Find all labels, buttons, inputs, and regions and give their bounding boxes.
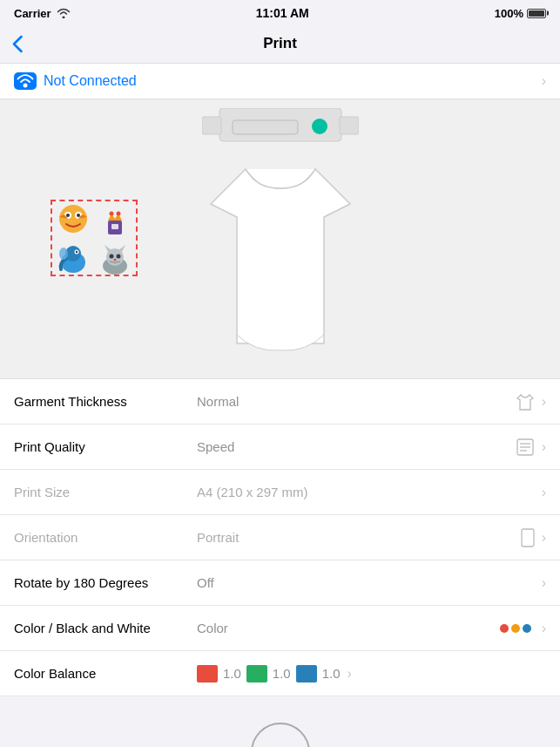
svg-point-7 bbox=[59, 205, 87, 233]
print-quality-icon bbox=[516, 438, 535, 457]
nav-bar: Print bbox=[0, 24, 560, 63]
svg-point-10 bbox=[66, 214, 70, 217]
tshirt-svg bbox=[193, 152, 368, 361]
send-section: → Send Print Data to the Machine bbox=[0, 696, 560, 747]
print-area bbox=[51, 200, 138, 276]
color-balance-label: Color Balance bbox=[14, 666, 197, 681]
wifi-icon-blue bbox=[14, 72, 37, 90]
color-bw-value: Color bbox=[197, 621, 500, 635]
svg-point-27 bbox=[117, 255, 121, 259]
green-swatch bbox=[246, 665, 267, 682]
preview-area bbox=[0, 99, 560, 378]
print-quality-chevron: › bbox=[542, 439, 546, 455]
svg-point-28 bbox=[114, 259, 117, 261]
color-bw-chevron: › bbox=[542, 621, 546, 636]
send-button[interactable]: → bbox=[251, 723, 310, 747]
quadrant-bottom-right bbox=[94, 240, 136, 276]
send-arrow-icon: → bbox=[268, 738, 293, 747]
orientation-row: Orientation Portrait › bbox=[0, 515, 560, 560]
rotate-label: Rotate by 180 Degrees bbox=[14, 575, 197, 590]
red-value: 1.0 bbox=[223, 666, 241, 681]
print-size-label: Print Size bbox=[14, 485, 197, 499]
status-time: 11:01 AM bbox=[256, 6, 309, 20]
status-right: 100% bbox=[495, 7, 546, 20]
svg-point-11 bbox=[77, 214, 80, 217]
blue-value: 1.0 bbox=[322, 666, 341, 681]
svg-point-14 bbox=[110, 212, 114, 216]
page-title: Print bbox=[263, 35, 297, 52]
quadrant-top-right bbox=[94, 201, 136, 240]
garment-thickness-row[interactable]: Garment Thickness Normal › bbox=[0, 379, 560, 424]
print-quality-value: Speed bbox=[197, 439, 516, 454]
rotate-row[interactable]: Rotate by 180 Degrees Off › bbox=[0, 560, 560, 606]
printer-svg bbox=[202, 108, 359, 156]
blue-swatch bbox=[296, 665, 317, 682]
color-bw-row[interactable]: Color / Black and White Color › bbox=[0, 606, 560, 651]
battery-icon bbox=[527, 9, 546, 18]
color-balance-values: 1.0 1.0 1.0 bbox=[197, 665, 341, 682]
garment-thickness-label: Garment Thickness bbox=[14, 394, 197, 409]
print-quality-right: › bbox=[516, 438, 546, 457]
svg-rect-5 bbox=[202, 117, 221, 134]
color-balance-right: › bbox=[347, 666, 352, 682]
garment-thickness-value: Normal bbox=[197, 394, 516, 409]
status-bar: Carrier 11:01 AM 100% bbox=[0, 0, 560, 24]
svg-point-21 bbox=[59, 248, 68, 260]
print-size-value: A4 (210 x 297 mm) bbox=[197, 485, 542, 499]
rotate-right: › bbox=[542, 575, 546, 591]
settings-list: Garment Thickness Normal › Print Quality… bbox=[0, 378, 560, 696]
shirt-icon bbox=[516, 392, 535, 411]
color-dots-icon bbox=[500, 624, 531, 633]
wifi-icon-small bbox=[57, 8, 71, 18]
color-balance-row[interactable]: Color Balance 1.0 1.0 1.0 › bbox=[0, 651, 560, 696]
orient-icon bbox=[521, 528, 535, 547]
svg-rect-6 bbox=[340, 117, 359, 134]
orientation-label: Orientation bbox=[14, 530, 197, 545]
svg-point-20 bbox=[76, 251, 78, 253]
red-swatch bbox=[197, 665, 218, 682]
color-bw-right: › bbox=[500, 621, 546, 636]
color-bw-label: Color / Black and White bbox=[14, 621, 197, 635]
battery-percent: 100% bbox=[495, 7, 523, 20]
connection-left: Not Connected bbox=[14, 72, 137, 90]
svg-point-26 bbox=[110, 255, 114, 259]
back-button[interactable] bbox=[12, 35, 23, 53]
garment-thickness-right: › bbox=[516, 392, 546, 411]
svg-point-4 bbox=[312, 119, 327, 134]
svg-point-1 bbox=[24, 84, 28, 88]
svg-rect-16 bbox=[111, 224, 118, 229]
connection-chevron: › bbox=[542, 73, 546, 89]
quadrant-top-left bbox=[52, 201, 94, 240]
orientation-value: Portrait bbox=[197, 530, 521, 545]
connection-status: Not Connected bbox=[44, 73, 137, 89]
status-left: Carrier bbox=[14, 7, 71, 20]
color-balance-chevron: › bbox=[347, 666, 352, 682]
print-quality-row[interactable]: Print Quality Speed › bbox=[0, 424, 560, 470]
orientation-right: › bbox=[521, 528, 546, 547]
carrier-label: Carrier bbox=[14, 7, 51, 20]
svg-point-15 bbox=[117, 212, 121, 216]
print-size-right: › bbox=[542, 485, 546, 500]
print-size-row: Print Size A4 (210 x 297 mm) › bbox=[0, 470, 560, 515]
garment-chevron: › bbox=[542, 394, 546, 410]
print-quality-label: Print Quality bbox=[14, 439, 197, 454]
svg-rect-33 bbox=[522, 529, 534, 547]
print-size-chevron: › bbox=[542, 485, 546, 500]
svg-rect-3 bbox=[233, 120, 298, 134]
connection-banner[interactable]: Not Connected › bbox=[0, 63, 560, 99]
rotate-value: Off bbox=[197, 575, 542, 590]
orient-chevron: › bbox=[542, 530, 546, 546]
green-value: 1.0 bbox=[273, 666, 291, 681]
rotate-chevron: › bbox=[542, 575, 546, 591]
quadrant-bottom-left bbox=[52, 240, 94, 276]
